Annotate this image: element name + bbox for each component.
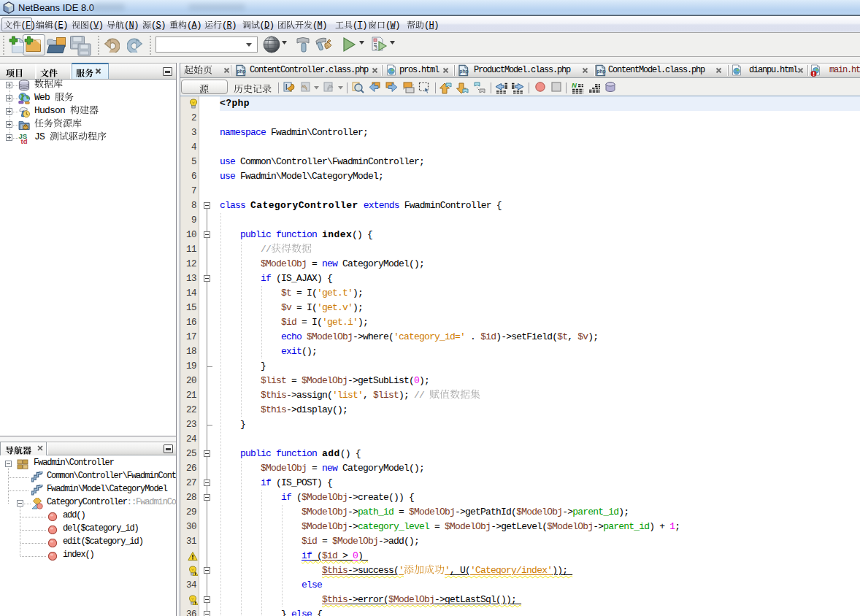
svg-text:php: php	[596, 69, 605, 74]
svg-text:3: 3	[375, 45, 377, 50]
svg-text:php: php	[459, 69, 468, 74]
svg-text:php: php	[237, 69, 245, 74]
svg-text:N: N	[572, 82, 577, 89]
svg-text:td: td	[21, 137, 28, 144]
